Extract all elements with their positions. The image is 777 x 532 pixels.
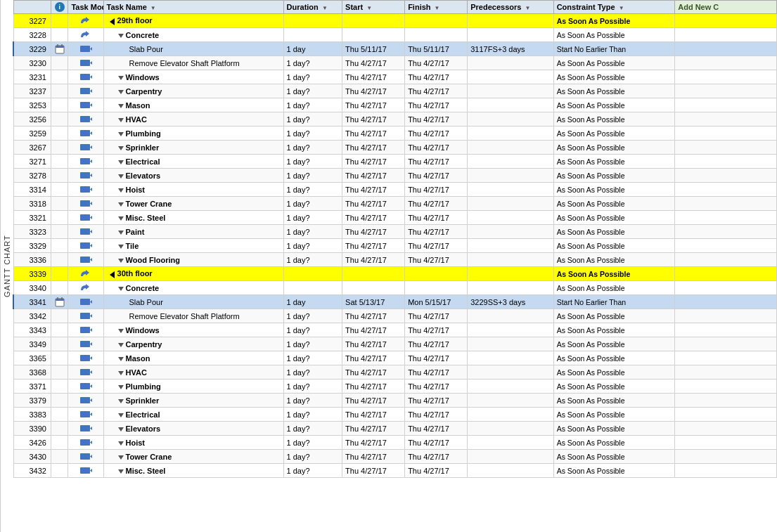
table-row[interactable]: 3336Wood Flooring1 day?Thu 4/27/17Thu 4/… [13,253,777,267]
table-row[interactable]: 322729th floorAs Soon As Possible [13,14,777,28]
row-constraint: As Soon As Possible [553,211,675,225]
row-info [51,141,68,155]
table-row[interactable]: 3432Misc. Steel1 day?Thu 4/27/17Thu 4/27… [13,464,777,478]
row-constraint: As Soon As Possible [553,422,675,436]
row-info [51,28,68,42]
row-finish: Thu 4/27/17 [405,84,468,98]
row-id: 3336 [13,253,51,267]
gantt-table: i Task Mode ▼ Task Name ▼ Duration ▼ [13,0,777,478]
table-row[interactable]: 3271Electrical1 day?Thu 4/27/17Thu 4/27/… [13,155,777,169]
table-row[interactable]: 3368HVAC1 day?Thu 4/27/17Thu 4/27/17As S… [13,365,777,379]
row-mode [68,225,103,239]
col-header-finish[interactable]: Finish ▼ [405,1,468,14]
row-predecessors [468,436,553,450]
col-header-constraint[interactable]: Constraint Type ▼ [553,1,675,14]
row-predecessors [468,379,553,394]
svg-marker-61 [90,441,92,444]
row-finish: Thu 5/11/17 [405,42,468,56]
row-duration: 1 day? [283,70,342,84]
table-row[interactable]: 3278Elevators1 day?Thu 4/27/17Thu 4/27/1… [13,169,777,183]
svg-rect-20 [80,158,90,164]
row-predecessors [468,28,553,42]
row-start: Thu 4/27/17 [342,225,405,239]
table-row[interactable]: 3390Elevators1 day?Thu 4/27/17Thu 4/27/1… [13,422,777,436]
svg-marker-65 [90,469,92,472]
col-header-duration[interactable]: Duration ▼ [283,1,342,14]
table-row[interactable]: 3230Remove Elevator Shaft Platform1 day?… [13,56,777,70]
table-row[interactable]: 3318Tower Crane1 day?Thu 4/27/17Thu 4/27… [13,197,777,211]
row-finish: Thu 4/27/17 [405,379,468,394]
row-finish: Thu 4/27/17 [405,211,468,225]
row-predecessors [468,309,553,323]
row-info [51,56,68,70]
row-constraint: As Soon As Possible [553,309,675,323]
row-predecessors [468,464,553,478]
row-mode [68,42,103,56]
row-add-col [675,42,777,56]
row-info [51,84,68,98]
row-constraint: As Soon As Possible [553,169,675,183]
table-row[interactable]: 3256HVAC1 day?Thu 4/27/17Thu 4/27/17As S… [13,112,777,126]
col-header-task-name[interactable]: Task Name ▼ [103,1,283,14]
col-header-add[interactable]: Add New C [675,1,777,14]
row-start: Thu 4/27/17 [342,351,405,365]
col-header-predecessors[interactable]: Predecessors ▼ [468,1,553,14]
table-row[interactable]: 3342Remove Elevator Shaft Platform1 day?… [13,309,777,323]
table-row[interactable]: 3329Tile1 day?Thu 4/27/17Thu 4/27/17As S… [13,239,777,253]
table-row[interactable]: 3237Carpentry1 day?Thu 4/27/17Thu 4/27/1… [13,84,777,98]
table-row[interactable]: 3314Hoist1 day?Thu 4/27/17Thu 4/27/17As … [13,183,777,197]
row-start: Thu 4/27/17 [342,464,405,478]
table-row[interactable]: 3253Mason1 day?Thu 4/27/17Thu 4/27/17As … [13,98,777,112]
table-row[interactable]: 3321Misc. Steel1 day?Thu 4/27/17Thu 4/27… [13,211,777,225]
col-header-start[interactable]: Start ▼ [342,1,405,14]
row-duration: 1 day? [283,450,342,464]
row-finish: Thu 4/27/17 [405,126,468,141]
table-row[interactable]: 3349Carpentry1 day?Thu 4/27/17Thu 4/27/1… [13,337,777,351]
table-row[interactable]: 3430Tower Crane1 day?Thu 4/27/17Thu 4/27… [13,450,777,464]
row-predecessors [468,394,553,408]
table-container: i Task Mode ▼ Task Name ▼ Duration ▼ [13,0,777,532]
table-row[interactable]: 3259Plumbing1 day?Thu 4/27/17Thu 4/27/17… [13,126,777,141]
row-id: 3329 [13,239,51,253]
row-start: Thu 4/27/17 [342,211,405,225]
table-row[interactable]: 3228ConcreteAs Soon As Possible [13,28,777,42]
table-row[interactable]: 3343Windows1 day?Thu 4/27/17Thu 4/27/17A… [13,323,777,337]
table-row[interactable]: 3371Plumbing1 day?Thu 4/27/17Thu 4/27/17… [13,379,777,394]
row-finish: Thu 4/27/17 [405,323,468,337]
table-row[interactable]: 3229Slab Pour1 dayThu 5/11/17Thu 5/11/17… [13,42,777,56]
table-row[interactable]: 333930th floorAs Soon As Possible [13,267,777,281]
row-info [51,309,68,323]
svg-marker-19 [90,145,92,149]
row-info [51,14,68,28]
svg-rect-52 [80,383,90,389]
row-info [51,379,68,394]
row-add-col [675,183,777,197]
table-row[interactable]: 3365Mason1 day?Thu 4/27/17Thu 4/27/17As … [13,351,777,365]
table-row[interactable]: 3323Paint1 day?Thu 4/27/17Thu 4/27/17As … [13,225,777,239]
svg-marker-29 [90,216,92,219]
row-constraint: As Soon As Possible [553,450,675,464]
row-name: Windows [103,70,283,84]
table-row[interactable]: 3341Slab Pour1 daySat 5/13/17Mon 5/15/17… [13,295,777,309]
table-row[interactable]: 3340ConcreteAs Soon As Possible [13,281,777,295]
table-row[interactable]: 3383Electrical1 day?Thu 4/27/17Thu 4/27/… [13,408,777,422]
col-header-task-mode[interactable]: Task Mode ▼ [68,1,103,14]
row-predecessors [468,14,553,28]
svg-rect-12 [80,102,90,108]
table-row[interactable]: 3379Sprinkler1 day?Thu 4/27/17Thu 4/27/1… [13,394,777,408]
row-start: Thu 4/27/17 [342,141,405,155]
row-constraint: Start No Earlier Than [553,42,675,56]
row-finish: Thu 4/27/17 [405,408,468,422]
row-add-col [675,267,777,281]
row-id: 3231 [13,70,51,84]
table-row[interactable]: 3426Hoist1 day?Thu 4/27/17Thu 4/27/17As … [13,436,777,450]
row-add-col [675,141,777,155]
table-row[interactable]: 3231Windows1 day?Thu 4/27/17Thu 4/27/17A… [13,70,777,84]
row-name: Misc. Steel [103,464,283,478]
row-id: 3343 [13,323,51,337]
svg-rect-30 [80,228,90,235]
table-row[interactable]: 3267Sprinkler1 day?Thu 4/27/17Thu 4/27/1… [13,141,777,155]
row-add-col [675,351,777,365]
row-finish: Thu 4/27/17 [405,70,468,84]
row-start: Thu 4/27/17 [342,155,405,169]
